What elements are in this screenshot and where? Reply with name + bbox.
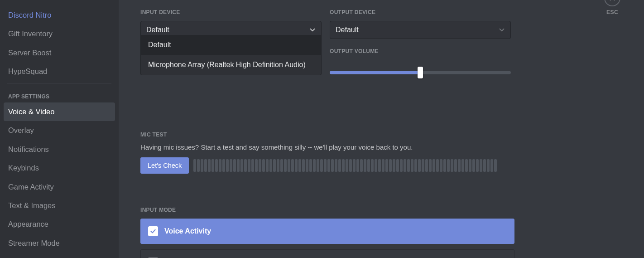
input-device-option-mic-array[interactable]: Microphone Array (Realtek High Definitio… — [141, 55, 321, 75]
sidebar-item-gift-inventory[interactable]: Gift Inventory — [4, 24, 115, 43]
level-meter-segment — [288, 159, 290, 172]
level-meter-segment — [335, 159, 337, 172]
sidebar-item-game-activity[interactable]: Game Activity — [4, 178, 115, 196]
input-device-option-default[interactable]: Default — [141, 35, 321, 55]
level-meter-segment — [451, 159, 453, 172]
level-meter-segment — [222, 159, 225, 172]
input-device-section: INPUT DEVICE Default Default Microphone … — [140, 0, 322, 77]
level-meter-segment — [226, 159, 229, 172]
close-icon — [604, 0, 620, 6]
input-device-selected-value: Default — [146, 26, 169, 34]
sidebar-item-hypesquad[interactable]: HypeSquad — [4, 62, 115, 81]
level-meter-segment — [425, 159, 428, 172]
sidebar-divider — [7, 2, 111, 2]
level-meter-segment — [313, 159, 316, 172]
level-meter-segment — [211, 159, 214, 172]
level-meter-segment — [454, 159, 457, 172]
level-meter-segment — [295, 159, 298, 172]
level-meter-segment — [461, 159, 464, 172]
level-meter-segment — [306, 159, 308, 172]
sidebar-item-overlay[interactable]: Overlay — [4, 121, 115, 140]
level-meter-segment — [433, 159, 435, 172]
mic-test-label: MIC TEST — [140, 131, 626, 143]
settings-sidebar: Discord Nitro Gift Inventory Server Boos… — [0, 0, 119, 258]
sidebar-item-notifications[interactable]: Notifications — [4, 140, 115, 159]
level-meter-segment — [342, 159, 345, 172]
chevron-down-icon — [308, 26, 317, 34]
mic-test-section: MIC TEST Having mic issues? Start a test… — [140, 131, 626, 174]
close-settings-button[interactable]: ESC — [604, 0, 620, 15]
level-meter-segment — [291, 159, 294, 172]
sidebar-item-keybinds[interactable]: Keybinds — [4, 159, 115, 177]
input-mode-push-to-talk[interactable]: Push to Talk — [140, 249, 514, 258]
level-meter-segment — [494, 159, 497, 172]
level-meter-segment — [400, 159, 403, 172]
output-device-section: OUTPUT DEVICE Default OUTPUT VOLUME — [330, 0, 511, 77]
level-meter-segment — [230, 159, 232, 172]
level-meter-segment — [280, 159, 283, 172]
slider-thumb[interactable] — [418, 67, 423, 78]
level-meter-segment — [197, 159, 200, 172]
level-meter-segment — [259, 159, 261, 172]
level-meter-segment — [233, 159, 236, 172]
level-meter-segment — [324, 159, 327, 172]
checkbox-checked-icon — [148, 226, 158, 236]
level-meter-segment — [269, 159, 272, 172]
sidebar-item-streamer-mode[interactable]: Streamer Mode — [4, 234, 115, 253]
input-mode-label: INPUT MODE — [140, 207, 626, 219]
input-device-dropdown-panel: Default Microphone Array (Realtek High D… — [140, 35, 322, 75]
level-meter-segment — [215, 159, 218, 172]
level-meter-segment — [237, 159, 240, 172]
output-device-label: OUTPUT DEVICE — [330, 0, 511, 21]
level-meter-segment — [273, 159, 276, 172]
level-meter-segment — [349, 159, 352, 172]
level-meter-segment — [480, 159, 482, 172]
esc-label: ESC — [606, 9, 618, 15]
level-meter-segment — [396, 159, 399, 172]
level-meter-segment — [320, 159, 323, 172]
level-meter-segment — [418, 159, 421, 172]
mic-test-lets-check-button[interactable]: Let's Check — [140, 157, 189, 174]
sidebar-item-discord-nitro[interactable]: Discord Nitro — [4, 6, 115, 24]
sidebar-divider — [7, 83, 111, 83]
output-volume-label: OUTPUT VOLUME — [330, 39, 511, 60]
level-meter-segment — [201, 159, 203, 172]
level-meter-segment — [411, 159, 413, 172]
level-meter-segment — [251, 159, 254, 172]
input-mode-voice-activity[interactable]: Voice Activity — [140, 219, 514, 244]
level-meter-segment — [262, 159, 265, 172]
level-meter-segment — [389, 159, 392, 172]
level-meter-segment — [346, 159, 348, 172]
input-mode-option-label: Voice Activity — [164, 227, 211, 235]
level-meter-segment — [465, 159, 468, 172]
sidebar-item-voice-video[interactable]: Voice & Video — [4, 102, 115, 121]
level-meter-segment — [302, 159, 305, 172]
level-meter-segment — [298, 159, 301, 172]
level-meter-segment — [338, 159, 341, 172]
level-meter-segment — [490, 159, 493, 172]
section-divider — [140, 192, 514, 192]
level-meter-segment — [404, 159, 406, 172]
level-meter-segment — [309, 159, 312, 172]
sidebar-item-appearance[interactable]: Appearance — [4, 215, 115, 234]
input-mode-section: INPUT MODE Voice Activity Push to Talk — [140, 207, 626, 258]
output-volume-slider[interactable] — [330, 68, 511, 77]
level-meter-segment — [371, 159, 374, 172]
level-meter-segment — [422, 159, 424, 172]
level-meter-segment — [284, 159, 287, 172]
level-meter-segment — [219, 159, 221, 172]
level-meter-segment — [469, 159, 471, 172]
level-meter-segment — [414, 159, 417, 172]
level-meter-segment — [483, 159, 486, 172]
level-meter-segment — [447, 159, 450, 172]
sidebar-item-text-images[interactable]: Text & Images — [4, 196, 115, 215]
level-meter-segment — [277, 159, 279, 172]
voice-video-settings-panel: ESC INPUT DEVICE Default Default Microph… — [119, 0, 644, 258]
output-device-select[interactable]: Default — [330, 21, 511, 39]
level-meter-segment — [487, 159, 490, 172]
level-meter-segment — [327, 159, 330, 172]
level-meter-segment — [193, 159, 196, 172]
level-meter-segment — [208, 159, 211, 172]
level-meter-segment — [360, 159, 363, 172]
sidebar-item-server-boost[interactable]: Server Boost — [4, 44, 115, 62]
